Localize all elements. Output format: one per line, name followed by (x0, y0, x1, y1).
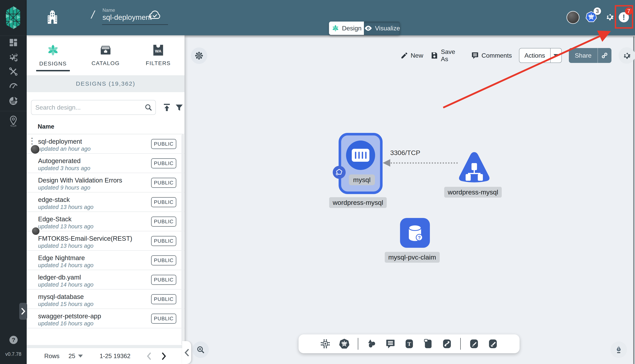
tab-filters[interactable]: WA FILTERS (132, 35, 184, 75)
deployment-node-label: wordpress-mysql (329, 197, 387, 208)
list-scrollbar[interactable] (181, 134, 184, 345)
design-list-row[interactable]: ⋮ sql-deployment updated an hour ago PUB… (27, 134, 184, 154)
design-search-box[interactable] (31, 100, 156, 115)
toolbar-divider (460, 338, 461, 350)
collapse-panel-button[interactable] (182, 341, 191, 364)
catalog-archive-icon (99, 44, 112, 57)
tab-catalog[interactable]: CATALOG (79, 35, 132, 75)
pencil-icon (400, 52, 408, 60)
design-name[interactable]: swagger-petstore-app (38, 312, 101, 320)
design-name[interactable]: sql-deployment (38, 138, 82, 145)
chevron-left-icon (184, 349, 189, 356)
actions-button[interactable]: Actions (519, 48, 562, 63)
link-tool-icon[interactable] (442, 338, 453, 349)
settings-gear-button[interactable] (604, 12, 615, 22)
design-updated: updated 13 hours ago (38, 204, 93, 210)
design-list-row[interactable]: edge-stack updated 13 hours ago PUBLIC (27, 192, 184, 212)
design-list-row[interactable]: Edge-Stack updated 13 hours ago PUBLIC (27, 212, 184, 231)
share-button[interactable]: Share (569, 48, 611, 63)
pen-nib-icon (614, 345, 623, 354)
user-avatar[interactable] (566, 11, 579, 24)
kubernetes-wheel-icon[interactable] (339, 338, 350, 350)
canvas-settings-button[interactable] (618, 47, 635, 64)
prev-page-button[interactable] (146, 352, 152, 360)
zoom-in-button[interactable] (192, 342, 209, 358)
circuit-component-icon[interactable] (320, 338, 331, 349)
chevron-right-icon (21, 308, 26, 315)
visibility-badge: PUBLIC (151, 256, 176, 266)
pvc-node[interactable]: ? (400, 218, 430, 248)
freehand-draw-tool-icon[interactable] (487, 338, 498, 349)
comment-tool-icon[interactable] (385, 338, 396, 349)
design-list-row[interactable]: mysql-database updated 15 hours ago PUBL… (27, 290, 184, 309)
pentagon-badge-icon[interactable] (333, 166, 346, 179)
annotation-highlight-box (615, 5, 633, 28)
note-tool-icon[interactable] (422, 338, 434, 349)
text-tool-icon[interactable]: T (404, 338, 415, 349)
design-name[interactable]: Design With Validation Errors (38, 176, 122, 184)
filter-funnel-icon[interactable] (174, 103, 184, 112)
comments-button[interactable]: Comments (471, 51, 512, 60)
design-list-row[interactable]: Edge Nightmare updated 14 hours ago PUBL… (27, 251, 184, 270)
help-button[interactable]: ? (10, 336, 18, 344)
question-mark-icon: ? (12, 336, 15, 343)
design-list-row[interactable]: Autogenerated updated 3 hours ago PUBLIC (27, 154, 184, 173)
search-icon[interactable] (144, 103, 153, 112)
dashboard-icon[interactable] (9, 38, 18, 48)
database-cylinder-icon: ? (405, 223, 425, 243)
rows-label: Rows (44, 353, 60, 360)
design-updated: updated 9 hours ago (38, 184, 90, 191)
organization-building-icon[interactable] (46, 10, 59, 25)
meshsync-button[interactable] (191, 48, 207, 64)
tab-designs[interactable]: DESIGNS (27, 35, 79, 75)
design-name[interactable]: Edge-Stack (38, 216, 72, 223)
context-count-badge: 3 (594, 8, 601, 15)
design-name[interactable]: ledger-db.yaml (38, 274, 81, 281)
design-pen-button[interactable] (610, 342, 627, 358)
gear-icon (622, 50, 632, 60)
save-as-button[interactable]: Save As (430, 48, 464, 63)
next-page-button[interactable] (161, 352, 167, 360)
shapes-toolbar: T (299, 334, 520, 353)
container-node[interactable] (346, 140, 375, 170)
kebab-menu-icon[interactable]: ⋮ (28, 138, 36, 143)
kanvas-pin-icon[interactable] (8, 115, 19, 127)
shapes-icon[interactable] (366, 338, 377, 349)
configuration-tools-icon[interactable] (9, 67, 18, 76)
design-name-input[interactable]: sql-deployment (102, 13, 152, 22)
search-input[interactable] (31, 104, 144, 111)
meshery-logo[interactable] (5, 6, 22, 30)
performance-gauge-icon[interactable] (9, 81, 18, 90)
design-list-row[interactable]: FMTOK8S-Email-Service(REST) updated 13 h… (27, 231, 184, 251)
design-list-row[interactable]: swagger-petstore-app updated 16 hours ag… (27, 309, 184, 328)
copy-link-button[interactable] (597, 48, 612, 63)
canvas-scrollbar[interactable] (633, 36, 634, 364)
tab-visualize[interactable]: Visualize (364, 22, 400, 35)
design-updated: updated 15 hours ago (38, 301, 93, 307)
draw-edge-tool-icon[interactable] (469, 338, 480, 349)
design-name[interactable]: FMTOK8S-Email-Service(REST) (38, 235, 132, 242)
owner-avatar[interactable] (30, 144, 40, 154)
edge-connection[interactable] (391, 162, 458, 164)
import-design-icon[interactable] (162, 102, 172, 112)
extensions-mesh-icon[interactable] (8, 96, 19, 106)
service-node[interactable] (457, 151, 492, 186)
cloud-save-icon[interactable] (148, 9, 161, 20)
panel-footer-divider (27, 345, 184, 348)
lifecycle-gears-icon[interactable] (8, 52, 19, 63)
new-button[interactable]: New (400, 52, 423, 60)
visibility-badge: PUBLIC (151, 216, 176, 226)
breadcrumb-separator: / (90, 8, 96, 21)
actions-dropdown-button[interactable] (550, 48, 562, 62)
design-name[interactable]: Autogenerated (38, 157, 81, 165)
design-canvas[interactable] (184, 35, 635, 364)
design-list-row[interactable]: ledger-db.yaml updated 14 hours ago PUBL… (27, 270, 184, 290)
designs-count-header: DESIGNS (19,362) (27, 75, 184, 92)
design-name[interactable]: mysql-database (38, 293, 84, 300)
design-name[interactable]: Edge Nightmare (38, 254, 85, 262)
tab-design[interactable]: Design (329, 22, 364, 35)
rows-per-page-select[interactable]: 25 (69, 353, 83, 360)
expand-sidebar-button[interactable] (19, 303, 27, 320)
design-list-row[interactable]: Design With Validation Errors updated 9 … (27, 173, 184, 192)
design-name[interactable]: edge-stack (38, 196, 70, 204)
